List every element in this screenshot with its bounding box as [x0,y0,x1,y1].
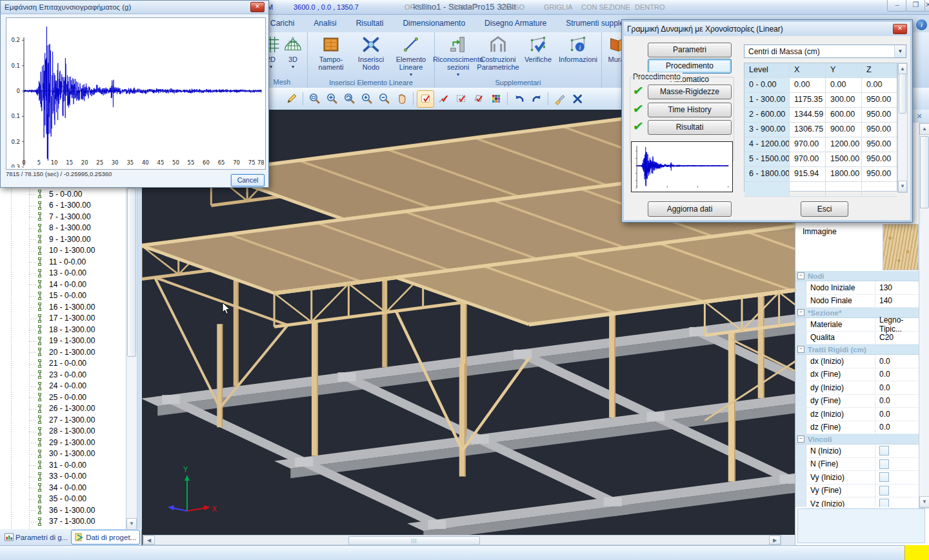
table-row[interactable]: 2 - 600.001344.59600.00950.00 [744,108,897,123]
property-value[interactable]: 0.0 [875,381,919,394]
status-toggle-osnap[interactable]: OSNAP [452,0,477,15]
tree-item[interactable]: 25 - 0-0.00 [0,392,126,403]
tree-item[interactable]: 19 - 1-300.00 [0,335,126,347]
tree-item[interactable]: 27 - 1-300.00 [0,414,126,426]
tree-item[interactable]: 23 - 0-0.00 [0,369,126,381]
toolbar-zoom-previous-button[interactable] [341,91,357,107]
property-value[interactable]: 140 [875,295,919,308]
table-row[interactable]: 5 - 1500.00970.001500.00950.00 [744,152,897,167]
tab-parametri[interactable]: Parametri di g... [1,530,71,544]
toolbar-zoom-in-button[interactable] [359,91,375,107]
mass-centers-table[interactable]: LevelXYZ0 - 0.000.000.000.001 - 300.0011… [744,63,897,192]
property-value[interactable]: C20 [875,332,919,345]
centri-di-massa-dropdown[interactable]: Centri di Massa (cm) ▼ [744,45,906,58]
toolbar-delete-x-button[interactable] [569,91,585,107]
ribbon-tab-analisi[interactable]: Analisi [304,14,346,32]
toolbar-select-single-button[interactable] [417,90,434,108]
tree-item[interactable]: 31 - 0-0.00 [0,459,126,471]
tree-item[interactable]: 14 - 0-0.00 [0,279,126,290]
tree-item[interactable]: 28 - 1-300.00 [0,426,126,437]
property-value[interactable] [875,445,919,457]
minimize-button[interactable]: – [887,0,907,12]
table-row[interactable]: 4 - 1200.00970.001200.00950.00 [744,137,897,152]
tree-item[interactable]: 16 - 1-300.00 [0,301,126,313]
tree-item[interactable]: 15 - 0-0.00 [0,290,126,302]
collapse-icon[interactable]: − [797,309,804,316]
ribbon-button-verifiche[interactable]: Verifiche [519,34,557,63]
tree-item[interactable]: 9 - 1-300.00 [0,234,126,245]
toolbar-zoom-window-button[interactable] [306,91,323,107]
status-toggle-griglia[interactable]: GRIGLIA [544,0,573,15]
toolbar-select-window-button[interactable] [453,91,469,107]
dialog-titlebar[interactable]: Γραμμική Δυναμική με Χρονοϊστορίες (Line… [624,22,910,36]
restore-button[interactable]: ❐ [906,0,926,12]
table-scrollbar[interactable]: ▲ ▼ [897,63,908,193]
ribbon-button-elemento-lineare[interactable]: Elemento Lineare▾ [392,34,430,79]
column-header-x[interactable]: X [790,63,826,77]
checkbox[interactable] [879,472,889,482]
tree-item[interactable]: 34 - 0-0.00 [0,482,126,494]
table-row[interactable]: 0 - 0.000.000.000.00 [744,78,897,93]
property-value[interactable] [875,485,919,497]
cancel-button[interactable]: Cancel [231,174,265,186]
property-section-nodi[interactable]: − Nodi [795,271,919,281]
tab-dati-di-progetto[interactable]: Dati di proget... [71,530,140,545]
toolbar-zoom-extents-button[interactable] [324,91,340,107]
properties-scrollbar[interactable]: ▲ ▼ [919,123,929,508]
collapse-icon[interactable]: − [797,346,804,353]
table-row[interactable]: 3 - 900.001306.75900.00950.00 [744,123,897,137]
property-value[interactable]: 0.0 [875,355,919,368]
property-value[interactable] [875,458,919,471]
column-header-y[interactable]: Y [826,63,862,77]
ribbon-button-informazioni[interactable]: i Informazioni [559,34,597,63]
tree-item[interactable]: 18 - 1-300.00 [0,324,126,335]
dialog-close-icon[interactable]: ✕ [893,24,907,34]
status-toggle-con-sezione[interactable]: CON SEZIONE [581,0,630,15]
status-toggle-dentro[interactable]: DENTRO [635,0,664,15]
ribbon-button-riconoscimento-sezioni[interactable]: Riconoscimento sezioni▾ [439,34,477,79]
close-button[interactable]: ✕ [924,0,929,12]
tree-item[interactable]: 33 - 0-0.00 [0,471,126,483]
property-section-vincoli[interactable]: − Vincoli [795,434,919,445]
window-close-icon[interactable]: ✕ [250,2,265,12]
status-toggle-passo[interactable]: PASSO [501,0,524,15]
info-icon[interactable]: i [916,19,927,30]
table-row[interactable]: 1 - 300.001175.35300.00950.00 [744,93,897,108]
toolbar-redo-button[interactable] [528,91,544,107]
ribbon-button-costruzioni-parametriche[interactable]: Costruzioni Parametriche [479,34,517,71]
collapse-icon[interactable]: − [797,435,804,443]
dynamic-analysis-dialog[interactable]: Γραμμική Δυναμική με Χρονοϊστορίες (Line… [621,19,913,223]
column-header-z[interactable]: Z [862,63,897,77]
tree-item[interactable]: 13 - 0-0.00 [0,268,126,279]
tree-item[interactable]: 37 - 1-300.00 [0,516,126,528]
toolbar-pan-hand-button[interactable] [394,91,410,107]
property-value[interactable]: 130 [875,281,919,294]
viewport-hscrollbar[interactable]: ◀ ||| ▶ [143,535,781,545]
collapse-icon[interactable]: − [797,272,804,279]
property-value[interactable]: 0.0 [875,408,919,421]
risultati-button[interactable]: Risultati [648,120,732,135]
table-row[interactable]: 6 - 1800.00915.941800.00950.00 [744,167,897,182]
tree-item[interactable]: 21 - 0-0.00 [0,358,126,370]
accelerogram-window-titlebar[interactable]: Εμφάνιση Επιταχυνσιογραφήματος (g) ✕ [1,1,268,14]
tree-item[interactable]: 6 - 1-300.00 [0,200,126,212]
ribbon-button-3d[interactable]: 3D▾ [283,34,303,71]
toolbar-draw-pencil-button[interactable] [283,91,299,107]
tree-item[interactable]: 26 - 1-300.00 [0,403,126,415]
toolbar-select-line-button[interactable] [435,91,452,107]
checkbox[interactable] [879,499,889,507]
accelerogram-window[interactable]: Εμφάνιση Επιταχυνσιογραφήματος (g) ✕ 051… [0,0,269,188]
ribbon-tab-disegno-armature[interactable]: Disegno Armature [475,14,556,32]
toolbar-clean-brush-button[interactable] [552,91,568,107]
property-section-tratti-rigidi-cm[interactable]: − Tratti Rigidi (cm) [795,345,919,355]
masse-rigidezze-button[interactable]: Masse-Rigidezze [648,85,732,99]
toolbar-zoom-out-button[interactable] [376,91,392,107]
ribbon-button-inserisci-nodo[interactable]: Inserisci Nodo [352,34,390,71]
checkbox[interactable] [879,459,889,469]
tree-item[interactable]: 29 - 1-300.00 [0,437,126,448]
ribbon-tab-risultati[interactable]: Risultati [346,14,394,32]
property-value[interactable] [875,471,919,484]
aggiorna-dati-button[interactable]: Aggiorna dati [648,201,732,217]
column-header-level[interactable]: Level [744,63,790,77]
ribbon-button-tampo-namenti[interactable]: Tampo- namenti [312,34,350,71]
